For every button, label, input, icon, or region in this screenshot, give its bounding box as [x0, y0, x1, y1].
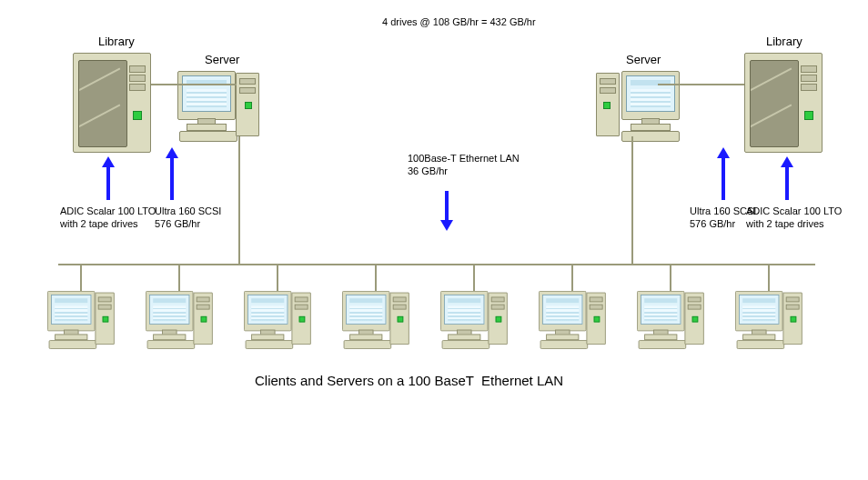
right-server-drop: [631, 136, 633, 264]
left-tape-library-icon: [73, 53, 151, 153]
left-scsi-caption: Ultra 160 SCSI 576 GB/hr: [155, 205, 221, 231]
client-drop: [277, 264, 278, 291]
left-library-title: Library: [98, 35, 135, 49]
top-throughput-note: 4 drives @ 108 GB/hr = 432 GB/hr: [382, 16, 536, 29]
lan-caption: 100Base-T Ethernet LAN 36 GB/hr: [408, 153, 520, 178]
client-drop: [670, 264, 671, 291]
right-library-caption: ADIC Scalar 100 LTO with 2 tape drives: [746, 205, 842, 231]
right-scsi-caption: Ultra 160 SCSI 576 GB/hr: [690, 205, 756, 231]
diagram-canvas: 4 drives @ 108 GB/hr = 432 GB/hr Library…: [0, 0, 868, 480]
left-library-caption: ADIC Scalar 100 LTO with 2 tape drives: [60, 205, 156, 231]
left-server-title: Server: [205, 53, 239, 67]
right-library-title: Library: [766, 35, 802, 49]
right-tape-library-icon: [744, 53, 823, 153]
lan-backbone: [58, 264, 815, 265]
left-server-drop: [238, 136, 240, 264]
right-scsi-arrow-icon: [717, 147, 730, 200]
client-drop: [375, 264, 377, 291]
client-computer-icon: [637, 291, 704, 354]
right-server-title: Server: [626, 53, 661, 67]
right-scsi-link: [658, 84, 744, 85]
client-drop: [768, 264, 770, 291]
client-computer-icon: [440, 291, 508, 354]
left-library-arrow-icon: [102, 156, 115, 200]
client-computer-icon: [47, 291, 115, 354]
client-computer-icon: [244, 291, 311, 354]
client-computer-icon: [342, 291, 409, 354]
client-drop: [473, 264, 475, 291]
right-library-arrow-icon: [781, 156, 793, 200]
lan-arrow-icon: [440, 191, 453, 231]
client-computer-icon: [146, 291, 213, 354]
client-drop: [178, 264, 180, 291]
client-drop: [80, 264, 82, 291]
left-server-icon: [177, 71, 259, 147]
client-computer-icon: [539, 291, 606, 354]
client-computer-icon: [735, 291, 802, 354]
diagram-caption: Clients and Servers on a 100 BaseT Ether…: [255, 373, 563, 390]
left-scsi-link: [151, 84, 237, 85]
client-drop: [571, 264, 573, 291]
left-scsi-arrow-icon: [166, 147, 178, 200]
right-server-icon: [596, 71, 678, 147]
